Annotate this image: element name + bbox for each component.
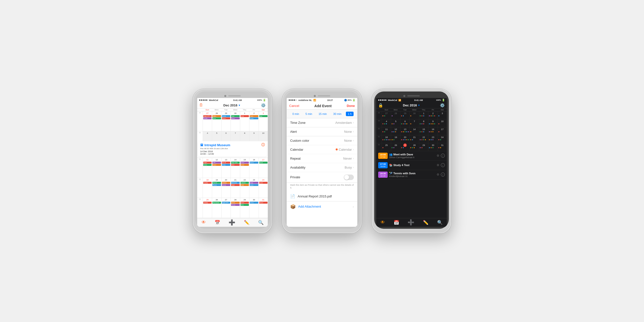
day-cell-d[interactable]: 26 [391,143,400,151]
day-cell-d[interactable]: 27 [382,112,391,119]
day-cell[interactable]: 7 [230,131,240,141]
event-item-study[interactable]: 17:30 19:00 📚 Study 4 Test ⚙ i [376,161,447,170]
alert-5min[interactable]: 5 min [304,112,314,116]
calendar-row[interactable]: Calendar Calendar › [287,145,357,154]
alert-1h[interactable]: 1 h [346,112,354,116]
day-cell[interactable]: 10 [258,131,268,141]
day-cell[interactable]: 3 Meet [258,112,268,131]
cal-title-1[interactable]: Dec 2016 ▼ [223,104,240,107]
day-cell[interactable]: 5 [212,131,221,141]
day-cell[interactable]: 28 Dinne... Tennis [230,198,240,218]
timezone-row[interactable]: Time Zone Amsterdam › [287,118,357,127]
cal-header-left-icon-1[interactable]: 🗓 [199,103,203,108]
alert-15min[interactable]: 15 min [316,112,329,116]
cal-settings-icon-3[interactable]: ⚙️ [440,103,445,108]
day-cell[interactable]: 23 Kaap Lemo [249,178,258,198]
day-cell-d[interactable]: 2 [428,112,437,119]
repeat-row[interactable]: Repeat Never › [287,154,357,163]
day-cell[interactable]: 31 Phone [258,198,268,218]
info-icon-tennis[interactable]: i [441,172,445,176]
day-cell-d[interactable]: 12 [391,127,400,135]
cal-title-3[interactable]: Dec 2016 ▼ [403,104,420,107]
day-cell-d[interactable]: 30 [410,112,419,119]
day-cell[interactable]: 12 CPK... Astori [212,158,221,178]
day-cell-d[interactable]: 1 [419,112,428,119]
nav-cal-icon-3[interactable]: 📅 [394,220,399,225]
day-cell[interactable]: 11 Flight... Harbo [203,158,212,178]
day-cell[interactable]: 26 Plumwood [212,198,221,218]
info-icon[interactable]: ⓘ [261,143,265,147]
day-cell-d[interactable]: 29 [400,112,410,119]
day-cell-d[interactable]: 5 [391,119,400,127]
day-cell[interactable]: 13 IPO M Intrep [221,158,230,178]
day-cell[interactable]: 1 Drink [240,112,249,131]
private-toggle[interactable] [344,174,354,180]
day-cell-d[interactable]: 31 [438,143,447,151]
day-cell[interactable]: 30 Train Noorc [230,112,240,131]
alert-30min[interactable]: 30 min [331,112,344,116]
settings-icon-dave[interactable]: ⚙ [437,154,439,158]
day-cell[interactable]: 8 [240,131,249,141]
day-cell-d[interactable]: 16 [428,127,437,135]
day-cell[interactable]: 25 Holiday [203,198,212,218]
day-cell[interactable]: 20 Holiday Conce [221,178,230,198]
day-cell-d[interactable]: 15 [419,127,428,135]
day-cell-d[interactable]: 6 [400,119,410,127]
event-item-dave[interactable]: 10:00 17:00 👥 Meet with Dave Simon Carmi… [376,151,447,161]
day-cell[interactable]: 21 Belmond Flight [230,178,240,198]
day-cell[interactable]: 6 [221,131,230,141]
nav-search-icon[interactable]: 🔍 [258,220,264,225]
settings-icon-tennis[interactable]: ⚙ [437,173,439,176]
day-cell-d[interactable]: 13 [400,127,410,135]
day-cell-d[interactable]: 17 [438,127,447,135]
day-cell[interactable]: 29 Tennis Dinne... [221,112,230,131]
day-cell-d[interactable]: 11 [382,127,391,135]
day-cell[interactable]: 14 Flight JEK Meet [230,158,240,178]
info-icon-study[interactable]: i [441,163,445,167]
day-cell[interactable]: 30 A-Fus [249,198,258,218]
nav-edit-icon[interactable]: ✏️ [244,220,250,225]
day-cell-d[interactable]: 23 [428,135,437,143]
nav-add-icon[interactable]: ➕ [228,219,235,226]
day-cell[interactable]: 16 Noma [249,158,258,178]
day-cell[interactable]: 27 Flight CPT-AMS Pacific... [203,112,212,131]
day-cell[interactable]: 9 [249,131,258,141]
cal-settings-icon-1[interactable]: ⚙️ [261,103,266,108]
availability-row[interactable]: Availability Busy › [287,163,357,172]
day-cell[interactable]: 2 Train... Study [249,112,258,131]
day-cell[interactable]: 19 Pack E Phone [212,178,221,198]
add-attachment-row[interactable]: 📦 Add Attachment › [287,202,357,212]
day-cell[interactable]: 22 Caledon Hotel [240,178,249,198]
day-cell[interactable]: 27 Flight CPT [221,198,230,218]
day-cell-d[interactable]: 25 [382,143,391,151]
day-cell[interactable]: 28 Table... Wine [212,112,221,131]
nav-eye-icon[interactable]: 👁 [202,220,206,225]
event-detail-panel[interactable]: 🏛 Intrepid Museum ⓘ Pier 86 W 46th St an… [198,141,267,157]
day-cell-d[interactable]: 28 [410,143,419,151]
day-cell-d[interactable]: 9 [428,119,437,127]
nav-cal-icon[interactable]: 📅 [214,220,220,225]
done-button[interactable]: Done [346,104,355,108]
nav-edit-icon-3[interactable]: ✏️ [423,220,428,225]
day-cell[interactable]: 15 Knitra Devel [240,158,249,178]
nav-add-icon-3[interactable]: ➕ [408,219,414,226]
day-cell[interactable]: 4 [203,131,212,141]
lock-icon[interactable]: 🔒 [378,103,383,108]
day-cell-d[interactable]: 30 [428,143,437,151]
settings-icon-study[interactable]: ⚙ [437,163,439,167]
day-cell[interactable]: 29 Noorc Wine [240,198,249,218]
day-cell-d[interactable]: 21 [410,135,419,143]
day-cell-d[interactable]: 18 [382,135,391,143]
info-icon-dave[interactable]: i [441,154,445,158]
day-cell-d[interactable]: 28 [391,112,400,119]
custom-color-row[interactable]: Custom color None › [287,136,357,145]
day-cell-d[interactable]: 3 [438,112,447,119]
day-cell-d[interactable]: 20 [400,135,410,143]
day-cell[interactable]: 17 Movie [258,158,268,178]
nav-eye-icon-3[interactable]: 👁 [380,220,385,225]
day-cell-d[interactable]: 22 [419,135,428,143]
day-cell-d[interactable]: 24 [438,135,447,143]
day-cell[interactable]: 24 Guest [258,178,268,198]
day-cell-d[interactable]: 29 [419,143,428,151]
day-cell-d[interactable]: 8 [419,119,428,127]
